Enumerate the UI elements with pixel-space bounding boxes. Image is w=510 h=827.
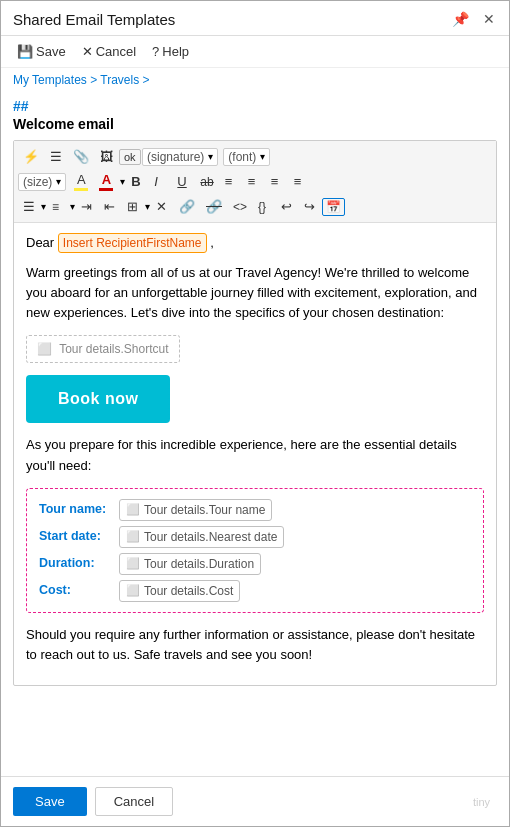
editor-toolbar: ⚡ ☰ 📎 🖼 ok (signature) ▾ bbox=[14, 141, 496, 223]
shortcut-label: Tour details.Shortcut bbox=[59, 342, 168, 356]
main-window: Shared Email Templates 📌 ✕ 💾 Save ✕ Canc… bbox=[0, 0, 510, 827]
font-color-button[interactable]: A bbox=[94, 170, 118, 193]
footer-actions: Save Cancel bbox=[13, 787, 173, 816]
body-para-2: As you prepare for this incredible exper… bbox=[26, 435, 484, 475]
align-center-button[interactable]: ≡ bbox=[243, 172, 265, 191]
content-area: ## Welcome email ⚡ ☰ 📎 🖼 ok bbox=[1, 92, 509, 776]
detail-label-0: Tour name: bbox=[39, 500, 119, 519]
editor-toolbar-row-3: ☰ ▾ ≡ ▾ ⇥ ⇤ ⊞ ▾ ✕ 🔗 🔗 bbox=[18, 195, 492, 218]
detail-tag-0[interactable]: ⬜ Tour details.Tour name bbox=[119, 499, 272, 521]
align-right-button[interactable]: ≡ bbox=[266, 172, 288, 191]
details-section: Tour name: ⬜ Tour details.Tour name Star… bbox=[26, 488, 484, 613]
close-button[interactable]: ✕ bbox=[479, 9, 499, 29]
signature-dropdown[interactable]: (signature) ▾ bbox=[142, 148, 218, 166]
size-dropdown[interactable]: (size) ▾ bbox=[18, 173, 66, 191]
highlight-icon: A bbox=[74, 172, 88, 191]
redo-button[interactable]: ↪ bbox=[299, 197, 321, 216]
bullet-chevron-icon: ▾ bbox=[41, 201, 46, 212]
detail-tag-icon-1: ⬜ bbox=[126, 528, 140, 545]
size-chevron-icon: ▾ bbox=[56, 176, 61, 187]
macro-bracket-button[interactable]: {} bbox=[253, 198, 275, 216]
image-button[interactable]: 🖼 bbox=[95, 147, 118, 166]
strikethrough-button[interactable]: ab bbox=[195, 173, 218, 191]
detail-row-3: Cost: ⬜ Tour details.Cost bbox=[39, 580, 471, 602]
detail-tag-3[interactable]: ⬜ Tour details.Cost bbox=[119, 580, 240, 602]
dear-line: Dear Insert RecipientFirstName , bbox=[26, 233, 484, 253]
align-left-button[interactable]: ≡ bbox=[220, 172, 242, 191]
font-color-icon: A bbox=[99, 172, 113, 191]
undo-button[interactable]: ↩ bbox=[276, 197, 298, 216]
indent-decrease-button[interactable]: ⇤ bbox=[99, 197, 121, 216]
footer-bar: Save Cancel tiny bbox=[1, 776, 509, 826]
template-tag: ## bbox=[13, 98, 497, 114]
title-bar-actions: 📌 ✕ bbox=[448, 9, 499, 29]
breadcrumb-item-0[interactable]: My Templates bbox=[13, 73, 87, 87]
macro-button[interactable]: ⚡ bbox=[18, 147, 44, 166]
ok-button[interactable]: ok bbox=[119, 149, 141, 165]
main-toolbar: 💾 Save ✕ Cancel ? Help bbox=[1, 36, 509, 68]
code-button[interactable]: <> bbox=[228, 198, 252, 216]
comma-text: , bbox=[210, 235, 214, 250]
underline-button[interactable]: U bbox=[172, 172, 194, 191]
detail-row-2: Duration: ⬜ Tour details.Duration bbox=[39, 553, 471, 575]
editor-toolbar-row-2: (size) ▾ A A bbox=[18, 168, 492, 195]
detail-row-1: Start date: ⬜ Tour details.Nearest date bbox=[39, 526, 471, 548]
detail-tag-2[interactable]: ⬜ Tour details.Duration bbox=[119, 553, 261, 575]
detail-label-2: Duration: bbox=[39, 554, 119, 573]
cancel-icon: ✕ bbox=[82, 44, 93, 59]
detail-label-3: Cost: bbox=[39, 581, 119, 600]
help-toolbar-button[interactable]: ? Help bbox=[146, 41, 195, 62]
highlight-button[interactable]: A bbox=[69, 170, 93, 193]
template-name: Welcome email bbox=[13, 116, 497, 132]
detail-tag-icon-0: ⬜ bbox=[126, 501, 140, 518]
cancel-toolbar-button[interactable]: ✕ Cancel bbox=[76, 41, 142, 62]
font-chevron-icon: ▾ bbox=[260, 151, 265, 162]
tiny-logo: tiny bbox=[473, 794, 497, 810]
italic-button[interactable]: I bbox=[149, 172, 171, 191]
attachment-button[interactable]: 📎 bbox=[68, 147, 94, 166]
footer-save-button[interactable]: Save bbox=[13, 787, 87, 816]
calendar-button[interactable]: 📅 bbox=[322, 198, 345, 216]
table-chevron-icon: ▾ bbox=[145, 201, 150, 212]
help-icon: ? bbox=[152, 44, 159, 59]
window-title: Shared Email Templates bbox=[13, 11, 175, 28]
shortcut-icon: ⬜ bbox=[37, 342, 52, 356]
shortcut-box[interactable]: ⬜ Tour details.Shortcut bbox=[26, 335, 180, 363]
detail-label-1: Start date: bbox=[39, 527, 119, 546]
pin-button[interactable]: 📌 bbox=[448, 9, 473, 29]
title-bar: Shared Email Templates 📌 ✕ bbox=[1, 1, 509, 36]
breadcrumb-item-1[interactable]: Travels bbox=[100, 73, 139, 87]
remove-link-button[interactable]: 🔗 bbox=[201, 197, 227, 216]
paragraph-button[interactable]: ☰ bbox=[45, 147, 67, 166]
color-chevron-icon: ▾ bbox=[120, 176, 125, 187]
detail-tag-icon-2: ⬜ bbox=[126, 555, 140, 572]
save-toolbar-button[interactable]: 💾 Save bbox=[11, 41, 72, 62]
num-chevron-icon: ▾ bbox=[70, 201, 75, 212]
editor-container: ⚡ ☰ 📎 🖼 ok (signature) ▾ bbox=[13, 140, 497, 686]
svg-text:tiny: tiny bbox=[473, 796, 491, 808]
footer-cancel-button[interactable]: Cancel bbox=[95, 787, 173, 816]
table-button[interactable]: ⊞ bbox=[122, 197, 144, 216]
indent-increase-button[interactable]: ⇥ bbox=[76, 197, 98, 216]
hyperlink-button[interactable]: 🔗 bbox=[174, 197, 200, 216]
bullet-list-button[interactable]: ☰ bbox=[18, 197, 40, 216]
detail-row-0: Tour name: ⬜ Tour details.Tour name bbox=[39, 499, 471, 521]
recipient-tag[interactable]: Insert RecipientFirstName bbox=[58, 233, 207, 253]
editor-body[interactable]: Dear Insert RecipientFirstName , Warm gr… bbox=[14, 223, 496, 685]
dear-text: Dear bbox=[26, 235, 54, 250]
closing-para: Should you require any further informati… bbox=[26, 625, 484, 665]
numbered-list-button[interactable]: ≡ bbox=[47, 198, 69, 216]
clear-format-button[interactable]: ✕ bbox=[151, 197, 173, 216]
font-dropdown[interactable]: (font) ▾ bbox=[223, 148, 270, 166]
detail-tag-icon-3: ⬜ bbox=[126, 582, 140, 599]
book-now-button[interactable]: Book now bbox=[26, 375, 170, 423]
body-para-1: Warm greetings from all of us at our Tra… bbox=[26, 263, 484, 323]
save-icon: 💾 bbox=[17, 44, 33, 59]
breadcrumb: My Templates > Travels > bbox=[1, 68, 509, 92]
bold-button[interactable]: B bbox=[126, 172, 148, 191]
detail-tag-1[interactable]: ⬜ Tour details.Nearest date bbox=[119, 526, 284, 548]
signature-chevron-icon: ▾ bbox=[208, 151, 213, 162]
justify-button[interactable]: ≡ bbox=[289, 172, 311, 191]
editor-toolbar-row-1: ⚡ ☰ 📎 🖼 ok (signature) ▾ bbox=[18, 145, 492, 168]
